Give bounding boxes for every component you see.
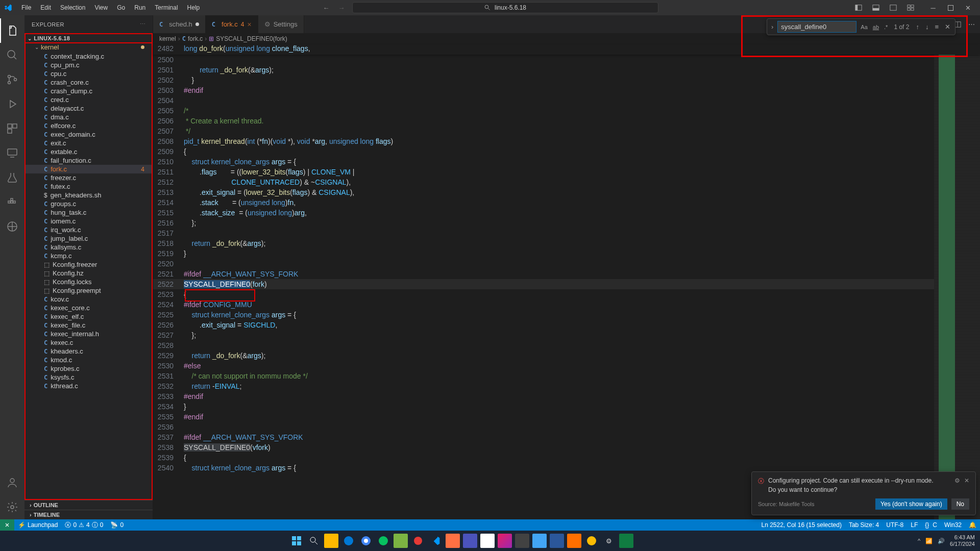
status-encoding[interactable]: UTF-8 <box>883 519 907 531</box>
file-fork-c[interactable]: C fork.c 4 <box>26 165 152 173</box>
file-row[interactable]: Celfcore.c <box>26 121 152 130</box>
vscode-icon[interactable] <box>428 534 443 548</box>
file-row[interactable]: Ckheaders.c <box>26 347 152 356</box>
no-button[interactable]: No <box>951 498 969 510</box>
wifi-icon[interactable]: 📶 <box>925 538 933 544</box>
status-ports[interactable]: 📡0 <box>107 519 127 531</box>
find-input[interactable] <box>777 21 856 33</box>
minimap[interactable] <box>934 55 980 519</box>
code-line[interactable]: 2520 <box>153 259 934 269</box>
file-row[interactable]: Ckexec_internal.h <box>26 330 152 338</box>
file-row[interactable]: ⬚Kconfig.freezer <box>26 260 152 269</box>
file-row[interactable]: Ccontext_tracking.c <box>26 52 152 61</box>
status-problems[interactable]: ⓧ0 ⚠4 ⓘ0 <box>61 519 107 531</box>
breadcrumb-item[interactable]: kernel <box>159 35 176 42</box>
file-row[interactable]: Ccpu.c <box>26 69 152 78</box>
activity-explorer-icon[interactable] <box>0 18 24 43</box>
system-tray[interactable]: ^ 📶 🔊 6:43 AM 6/17/2024 <box>918 534 975 547</box>
status-eol[interactable]: LF <box>907 519 921 531</box>
code-line[interactable]: 2530#else <box>153 361 934 371</box>
app-icon[interactable] <box>446 534 460 548</box>
file-row[interactable]: Cdma.c <box>26 113 152 121</box>
code-content[interactable]: 25002501 return _do_fork(&args);2502 }25… <box>153 55 934 519</box>
file-row[interactable]: $gen_kheaders.sh <box>26 191 152 199</box>
activity-testing-icon[interactable] <box>0 165 24 190</box>
file-row[interactable]: Ckmod.c <box>26 356 152 364</box>
activity-docker-icon[interactable] <box>0 190 24 214</box>
file-row[interactable]: Ckcmp.c <box>26 252 152 260</box>
file-row[interactable]: Cfreezer.c <box>26 173 152 182</box>
code-line[interactable]: 2523{ <box>153 289 934 299</box>
code-line[interactable]: 2516 }; <box>153 218 934 228</box>
breadcrumb-item[interactable]: fork.c <box>188 35 203 42</box>
outline-section[interactable]: ›OUTLINE <box>24 500 153 510</box>
code-line[interactable]: 2538SYSCALL_DEFINE0(vfork) <box>153 442 934 453</box>
status-launchpad[interactable]: ⚡Launchpad <box>14 519 61 531</box>
file-row[interactable]: Ckallsyms.c <box>26 243 152 252</box>
code-line[interactable]: 2512 CLONE_UNTRACED) & ~CSIGNAL), <box>153 177 934 187</box>
file-row[interactable]: Cexit.c <box>26 139 152 147</box>
file-row[interactable]: Ckcov.c <box>26 295 152 304</box>
edge-icon[interactable] <box>341 534 356 548</box>
clock[interactable]: 6:43 AM 6/17/2024 <box>950 534 975 547</box>
file-tree[interactable]: ⌄ kernel Ccontext_tracking.cCcpu_pm.cCcp… <box>24 42 153 500</box>
file-row[interactable]: Cfutex.c <box>26 182 152 191</box>
file-row[interactable]: Ccpu_pm.c <box>26 61 152 69</box>
file-row[interactable]: Cgroups.c <box>26 199 152 208</box>
folder-kernel[interactable]: ⌄ kernel <box>26 42 152 52</box>
nav-forward-icon[interactable]: → <box>337 3 346 12</box>
code-line[interactable]: 2517 <box>153 228 934 238</box>
file-row[interactable]: Ccred.c <box>26 95 152 104</box>
tab-sched-h[interactable]: C sched.h <box>153 15 206 33</box>
taskbar-search-icon[interactable] <box>307 534 321 548</box>
code-line[interactable]: 2526 .exit_signal = SIGCHLD, <box>153 320 934 330</box>
activity-search-icon[interactable] <box>0 43 24 67</box>
status-cursor[interactable]: Ln 2522, Col 16 (15 selected) <box>757 519 845 531</box>
file-row[interactable]: Ckexec_elf.c <box>26 312 152 321</box>
app-icon[interactable] <box>411 534 425 548</box>
minimize-icon[interactable]: ─ <box>925 2 941 14</box>
gear-icon[interactable]: ⚙ <box>954 477 960 484</box>
project-header[interactable]: ⌄ LINUX-5.6.18 <box>24 33 153 43</box>
close-icon[interactable]: × <box>248 20 252 29</box>
app-icon[interactable] <box>567 534 581 548</box>
code-line[interactable]: 2522SYSCALL_DEFINE0(fork) <box>153 279 934 289</box>
code-line[interactable]: 2524#ifdef CONFIG_MMU <box>153 299 934 310</box>
remote-indicator[interactable] <box>0 519 14 531</box>
status-bell-icon[interactable]: 🔔 <box>965 519 980 531</box>
code-line[interactable]: 2514 .stack = (unsigned long)fn, <box>153 197 934 208</box>
code-line[interactable]: 2521#ifdef __ARCH_WANT_SYS_FORK <box>153 269 934 279</box>
menu-edit[interactable]: Edit <box>36 2 55 13</box>
menu-run[interactable]: Run <box>130 2 150 13</box>
activity-extensions-icon[interactable] <box>0 116 24 141</box>
match-case-icon[interactable]: Aa <box>860 23 868 31</box>
word-icon[interactable] <box>550 534 564 548</box>
volume-icon[interactable]: 🔊 <box>938 538 945 544</box>
app-icon[interactable] <box>498 534 512 548</box>
breadcrumb-item[interactable]: SYSCALL_DEFINE0(fork) <box>216 35 287 42</box>
code-line[interactable]: 2518 return _do_fork(&args); <box>153 238 934 248</box>
file-row[interactable]: Chung_task.c <box>26 208 152 217</box>
command-center[interactable]: linux-5.6.18 <box>352 2 658 13</box>
yes-button[interactable]: Yes (don't show again) <box>875 498 947 510</box>
code-line[interactable]: 2504 <box>153 95 934 106</box>
status-lang[interactable]: {}C <box>921 519 941 531</box>
start-icon[interactable] <box>289 534 304 548</box>
code-line[interactable]: 2507 */ <box>153 126 934 136</box>
code-line[interactable]: 2509{ <box>153 146 934 157</box>
code-area[interactable]: 25002501 return _do_fork(&args);2502 }25… <box>153 55 980 519</box>
layout-bottom-icon[interactable] <box>868 2 884 14</box>
find-expand-icon[interactable]: › <box>770 23 774 31</box>
find-prev-icon[interactable]: ↑ <box>914 23 921 31</box>
code-line[interactable]: 2511 .flags = ((lower_32_bits(flags) | C… <box>153 167 934 177</box>
chrome-icon[interactable] <box>359 534 373 548</box>
code-line[interactable]: 2502 } <box>153 75 934 85</box>
file-row[interactable]: Cexec_domain.c <box>26 130 152 139</box>
teams-icon[interactable] <box>463 534 477 548</box>
file-row[interactable]: Ckexec_file.c <box>26 321 152 330</box>
code-line[interactable]: 2508pid_t kernel_thread(int (*fn)(void *… <box>153 136 934 146</box>
timeline-section[interactable]: ›TIMELINE <box>24 510 153 519</box>
regex-icon[interactable]: .* <box>883 23 889 31</box>
code-line[interactable]: 2513 .exit_signal = (lower_32_bits(flags… <box>153 187 934 197</box>
file-row[interactable]: Ccrash_dump.c <box>26 87 152 95</box>
